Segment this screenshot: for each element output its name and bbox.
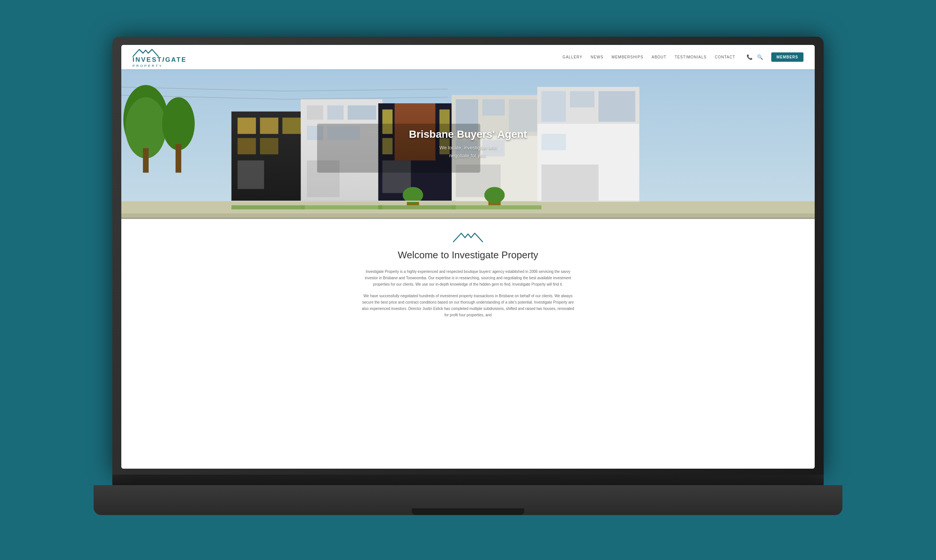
- nav-contact[interactable]: CONTACT: [715, 55, 735, 59]
- nav-about[interactable]: ABOUT: [651, 55, 666, 59]
- svg-point-8: [162, 97, 195, 151]
- logo-property-text: PROPERTY: [132, 64, 163, 68]
- welcome-para1: Investigate Property is a highly experie…: [359, 268, 577, 288]
- svg-rect-7: [143, 148, 149, 172]
- search-icon[interactable]: 🔍: [757, 54, 763, 60]
- content-section: Welcome to Investigate Property Investig…: [121, 219, 815, 469]
- logo-roof-icon: [132, 46, 159, 58]
- laptop-container: INVESTiGATE PROPERTY GALLERY NEWS MEMBER…: [112, 37, 824, 523]
- laptop-hinge: [112, 475, 824, 485]
- svg-rect-46: [541, 134, 566, 151]
- section-logo-icon: [453, 230, 483, 245]
- nav-news[interactable]: NEWS: [591, 55, 603, 59]
- welcome-para2: We have successfully negotiated hundreds…: [359, 293, 577, 318]
- nav-testimonials[interactable]: TESTIMONIALS: [675, 55, 707, 59]
- screen-bezel: INVESTiGATE PROPERTY GALLERY NEWS MEMBER…: [112, 37, 824, 475]
- svg-rect-12: [260, 117, 278, 134]
- nav-memberships[interactable]: MEMBERSHIPS: [612, 55, 644, 59]
- hero-content: Brisbane Buyers' Agent We locate, invest…: [409, 128, 527, 160]
- svg-rect-53: [451, 205, 541, 209]
- svg-rect-47: [541, 164, 599, 201]
- logo-igate-text: i: [162, 56, 165, 63]
- svg-rect-14: [237, 138, 256, 155]
- members-button[interactable]: MEMBERS: [771, 52, 804, 62]
- svg-rect-43: [541, 91, 566, 122]
- svg-rect-52: [378, 205, 456, 209]
- svg-rect-21: [327, 106, 344, 120]
- svg-rect-37: [509, 99, 537, 132]
- svg-rect-20: [307, 106, 323, 120]
- hero-title: Brisbane Buyers' Agent: [409, 128, 527, 140]
- hero-section: Brisbane Buyers' Agent We locate, invest…: [121, 69, 815, 219]
- laptop-base: [94, 485, 842, 515]
- phone-icon[interactable]: 📞: [747, 54, 753, 60]
- hero-subtitle-line2: negotiate for you.: [409, 152, 527, 160]
- hero-subtitle-line1: We locate, investigate and: [409, 144, 527, 152]
- svg-rect-44: [570, 91, 594, 108]
- svg-point-58: [485, 187, 505, 203]
- nav-icon-group: 📞 🔍: [747, 54, 763, 60]
- navigation: INVESTiGATE PROPERTY GALLERY NEWS MEMBER…: [121, 45, 815, 69]
- svg-rect-45: [599, 91, 635, 122]
- svg-rect-15: [260, 138, 278, 155]
- nav-gallery[interactable]: GALLERY: [563, 55, 583, 59]
- svg-rect-13: [282, 117, 301, 134]
- svg-rect-36: [482, 99, 505, 116]
- svg-rect-54: [121, 217, 815, 219]
- svg-rect-11: [237, 117, 256, 134]
- laptop-screen: INVESTiGATE PROPERTY GALLERY NEWS MEMBER…: [121, 45, 815, 469]
- svg-rect-9: [176, 144, 181, 172]
- svg-rect-51: [301, 205, 382, 209]
- svg-rect-22: [348, 106, 376, 120]
- website: INVESTiGATE PROPERTY GALLERY NEWS MEMBER…: [121, 45, 815, 469]
- svg-rect-50: [231, 205, 305, 209]
- svg-rect-16: [237, 161, 264, 189]
- nav-links: GALLERY NEWS MEMBERSHIPS ABOUT TESTIMONI…: [563, 52, 804, 62]
- logo[interactable]: INVESTiGATE PROPERTY: [132, 46, 187, 68]
- welcome-title: Welcome to Investigate Property: [398, 249, 538, 261]
